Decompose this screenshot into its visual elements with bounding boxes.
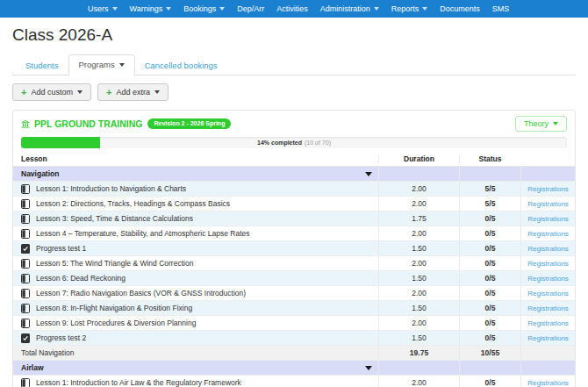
- registrations-link[interactable]: Registrations: [527, 230, 569, 238]
- registrations-cell: Registrations: [520, 182, 575, 196]
- chevron-down-icon: [77, 90, 82, 94]
- nav-item-documents[interactable]: Documents: [434, 4, 486, 13]
- add-extra-button[interactable]: +Add extra: [97, 83, 169, 101]
- nav-item-activities[interactable]: Activities: [270, 4, 314, 13]
- registrations-link[interactable]: Registrations: [527, 305, 569, 312]
- registrations-link[interactable]: Registrations: [527, 379, 569, 387]
- registrations-link[interactable]: Registrations: [527, 200, 569, 208]
- book-icon: [21, 184, 30, 194]
- test-icon: [21, 244, 30, 254]
- duration-cell: 19.75: [378, 346, 459, 360]
- chevron-down-icon: [112, 7, 118, 11]
- progress-percent-text: 14% completed: [257, 140, 302, 146]
- duration-cell: 2.00: [378, 316, 459, 330]
- registrations-link[interactable]: Registrations: [527, 260, 569, 268]
- lesson-cell: Lesson 8: In-Flight Navigation & Positio…: [13, 301, 378, 315]
- status-cell: 5/5: [459, 197, 520, 211]
- nav-item-warnings[interactable]: Warnings: [124, 4, 178, 13]
- table-row: Lesson 4 – Temperature, Stability, and A…: [13, 226, 575, 241]
- registrations-link[interactable]: Registrations: [527, 334, 569, 342]
- collapse-section-icon[interactable]: [365, 172, 372, 176]
- table-row: Lesson 9: Lost Procedures & Diversion Pl…: [13, 316, 575, 331]
- tab-cancelled-bookings[interactable]: Cancelled bookings: [135, 56, 227, 75]
- lesson-title: Lesson 7: Radio Navigation Basics (VOR &…: [36, 289, 246, 297]
- chevron-down-icon: [154, 90, 160, 94]
- registrations-link[interactable]: Registrations: [527, 245, 569, 253]
- tab-students[interactable]: Students: [16, 56, 68, 75]
- registrations-cell: [520, 346, 575, 360]
- nav-item-label: Administration: [320, 4, 370, 13]
- status-cell: 0/5: [459, 376, 520, 387]
- tab-programs[interactable]: Programs: [68, 54, 135, 75]
- program-card: PPL GROUND TRAINING Revision 2 - 2026 Sp…: [12, 110, 576, 387]
- book-icon: [21, 199, 30, 209]
- progress-bar: 14% completed (10 of 70): [21, 137, 567, 148]
- page: Class 2026-A StudentsProgramsCancelled b…: [0, 25, 588, 387]
- section-title: Navigation: [21, 169, 59, 178]
- section-row: Airlaw: [13, 361, 575, 376]
- plus-icon: +: [21, 89, 26, 96]
- nav-item-sms[interactable]: SMS: [486, 4, 516, 13]
- lesson-title: Lesson 1: Introduction to Air Law & the …: [36, 378, 241, 387]
- table-row: Lesson 1: Introduction to Navigation & C…: [13, 182, 575, 197]
- tab-label: Cancelled bookings: [145, 61, 218, 70]
- status-cell: 10/55: [459, 346, 520, 360]
- add-custom-button[interactable]: +Add custom: [12, 83, 91, 101]
- section-row: Navigation: [13, 167, 575, 182]
- duration-cell: [378, 361, 459, 375]
- registrations-link[interactable]: Registrations: [527, 215, 569, 223]
- nav-item-label: Warnings: [130, 4, 163, 13]
- nav-item-administration[interactable]: Administration: [314, 4, 385, 13]
- nav-item-label: Dep/Arr: [237, 4, 264, 13]
- table-row: Lesson 1: Introduction to Air Law & the …: [13, 376, 575, 387]
- nav-item-dep-arr[interactable]: Dep/Arr: [231, 4, 270, 13]
- progress-label: 14% completed (10 of 70): [21, 137, 567, 148]
- duration-cell: 2.00: [378, 226, 459, 240]
- progress-bar-container: 14% completed (10 of 70): [21, 137, 567, 148]
- nav-item-reports[interactable]: Reports: [385, 4, 434, 13]
- registrations-cell: Registrations: [520, 331, 575, 345]
- book-icon: [21, 229, 30, 239]
- nav-item-bookings[interactable]: Bookings: [177, 4, 231, 13]
- nav-item-users[interactable]: Users: [82, 4, 124, 13]
- book-icon: [21, 319, 30, 328]
- registrations-cell: [520, 167, 575, 181]
- lesson-title: Total Navigation: [21, 348, 74, 357]
- chevron-down-icon: [219, 7, 225, 11]
- table-row: Progress test 11.500/5Registrations: [13, 241, 575, 256]
- collapse-section-icon[interactable]: [365, 366, 372, 370]
- plus-icon: +: [106, 89, 111, 96]
- lesson-title: Lesson 1: Introduction to Navigation & C…: [36, 184, 186, 193]
- status-cell: 0/5: [459, 226, 520, 240]
- status-cell: [459, 167, 520, 181]
- theory-dropdown-button[interactable]: Theory: [515, 116, 567, 132]
- registrations-link[interactable]: Registrations: [527, 275, 569, 283]
- program-title-text: PPL GROUND TRAINING: [34, 118, 142, 129]
- nav-item-label: Reports: [391, 4, 419, 13]
- button-label: Add custom: [31, 88, 73, 97]
- lesson-cell: Lesson 5: The Wind Triangle & Wind Corre…: [13, 256, 378, 270]
- revision-badge: Revision 2 - 2026 Spring: [147, 118, 231, 129]
- registrations-cell: Registrations: [520, 271, 575, 285]
- table-row: Lesson 2: Directions, Tracks, Headings &…: [13, 197, 575, 211]
- registrations-link[interactable]: Registrations: [527, 290, 569, 297]
- lesson-title: Progress test 1: [36, 244, 86, 253]
- status-cell: 0/5: [459, 211, 520, 226]
- tab-bar: StudentsProgramsCancelled bookings: [12, 54, 576, 75]
- toolbar: +Add custom+Add extra: [12, 83, 576, 101]
- lesson-table-body: NavigationLesson 1: Introduction to Navi…: [13, 167, 575, 387]
- duration-cell: [378, 167, 459, 181]
- duration-cell: 2.00: [378, 376, 459, 387]
- registrations-cell: Registrations: [520, 301, 575, 315]
- lesson-cell: Lesson 6: Dead Reckoning: [13, 271, 378, 285]
- status-cell: 0/5: [459, 271, 520, 285]
- lesson-cell: Navigation: [13, 167, 378, 181]
- duration-cell: 2.00: [378, 256, 459, 270]
- chevron-down-icon: [553, 122, 558, 125]
- registrations-link[interactable]: Registrations: [527, 319, 569, 327]
- lesson-title: Lesson 8: In-Flight Navigation & Positio…: [36, 304, 192, 312]
- table-row: Lesson 3: Speed, Time & Distance Calcula…: [13, 211, 575, 226]
- registrations-link[interactable]: Registrations: [527, 185, 569, 193]
- book-icon: [21, 304, 30, 313]
- lesson-cell: Progress test 1: [13, 241, 378, 255]
